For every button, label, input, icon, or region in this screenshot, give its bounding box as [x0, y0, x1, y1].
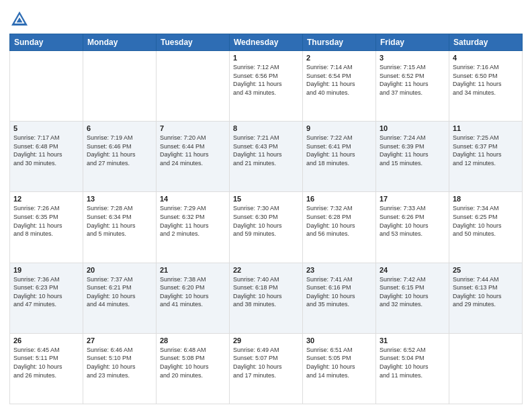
day-number: 4: [453, 54, 519, 62]
calendar-cell: 14Sunrise: 7:29 AM Sunset: 6:32 PM Dayli…: [157, 192, 230, 263]
calendar-cell: [449, 333, 523, 404]
day-number: 7: [160, 124, 226, 132]
calendar-cell: 21Sunrise: 7:38 AM Sunset: 6:20 PM Dayli…: [157, 263, 230, 333]
calendar-cell: 19Sunrise: 7:36 AM Sunset: 6:23 PM Dayli…: [10, 263, 83, 333]
day-info: Sunrise: 7:21 AM Sunset: 6:43 PM Dayligh…: [233, 134, 299, 167]
day-info: Sunrise: 7:14 AM Sunset: 6:54 PM Dayligh…: [306, 63, 372, 97]
calendar-cell: 28Sunrise: 6:48 AM Sunset: 5:08 PM Dayli…: [157, 333, 230, 404]
day-number: 23: [306, 266, 372, 274]
day-number: 27: [87, 336, 152, 345]
calendar-week-3: 12Sunrise: 7:26 AM Sunset: 6:35 PM Dayli…: [10, 192, 523, 263]
day-number: 19: [13, 266, 79, 274]
calendar-cell: 27Sunrise: 6:46 AM Sunset: 5:10 PM Dayli…: [83, 333, 157, 404]
day-info: Sunrise: 6:49 AM Sunset: 5:07 PM Dayligh…: [233, 346, 299, 379]
calendar-cell: 25Sunrise: 7:44 AM Sunset: 6:13 PM Dayli…: [449, 263, 523, 333]
calendar-cell: 8Sunrise: 7:21 AM Sunset: 6:43 PM Daylig…: [230, 122, 303, 192]
calendar-cell: 1Sunrise: 7:12 AM Sunset: 6:56 PM Daylig…: [230, 51, 303, 122]
day-number: 10: [380, 124, 445, 132]
day-info: Sunrise: 7:41 AM Sunset: 6:16 PM Dayligh…: [306, 275, 372, 309]
day-info: Sunrise: 7:29 AM Sunset: 6:32 PM Dayligh…: [160, 204, 226, 238]
calendar-cell: 31Sunrise: 6:52 AM Sunset: 5:04 PM Dayli…: [376, 333, 449, 404]
calendar-cell: 18Sunrise: 7:34 AM Sunset: 6:25 PM Dayli…: [449, 192, 523, 263]
day-number: 25: [453, 266, 519, 274]
calendar-cell: 5Sunrise: 7:17 AM Sunset: 6:48 PM Daylig…: [10, 122, 83, 192]
calendar-week-5: 26Sunrise: 6:45 AM Sunset: 5:11 PM Dayli…: [10, 333, 523, 404]
day-number: 15: [233, 195, 299, 203]
weekday-header-saturday: Saturday: [449, 34, 523, 51]
day-number: 22: [233, 266, 299, 274]
calendar-cell: 10Sunrise: 7:24 AM Sunset: 6:39 PM Dayli…: [376, 122, 449, 192]
weekday-header-tuesday: Tuesday: [157, 34, 230, 51]
calendar-cell: 24Sunrise: 7:42 AM Sunset: 6:15 PM Dayli…: [376, 263, 449, 333]
day-number: 11: [453, 124, 519, 132]
calendar-cell: 15Sunrise: 7:30 AM Sunset: 6:30 PM Dayli…: [230, 192, 303, 263]
calendar-cell: [83, 51, 157, 122]
weekday-header-row: SundayMondayTuesdayWednesdayThursdayFrid…: [10, 34, 523, 51]
day-number: 14: [160, 195, 226, 203]
day-number: 26: [13, 336, 79, 345]
day-info: Sunrise: 6:46 AM Sunset: 5:10 PM Dayligh…: [87, 346, 152, 379]
weekday-header-sunday: Sunday: [10, 34, 83, 51]
header: [9, 7, 523, 30]
day-info: Sunrise: 7:38 AM Sunset: 6:20 PM Dayligh…: [160, 275, 226, 309]
day-info: Sunrise: 7:25 AM Sunset: 6:37 PM Dayligh…: [453, 134, 519, 167]
day-info: Sunrise: 7:12 AM Sunset: 6:56 PM Dayligh…: [233, 63, 299, 97]
calendar-week-2: 5Sunrise: 7:17 AM Sunset: 6:48 PM Daylig…: [10, 122, 523, 192]
day-number: 31: [380, 336, 445, 345]
calendar-cell: 17Sunrise: 7:33 AM Sunset: 6:26 PM Dayli…: [376, 192, 449, 263]
day-info: Sunrise: 7:16 AM Sunset: 6:50 PM Dayligh…: [453, 63, 519, 97]
calendar-cell: 26Sunrise: 6:45 AM Sunset: 5:11 PM Dayli…: [10, 333, 83, 404]
day-info: Sunrise: 7:37 AM Sunset: 6:21 PM Dayligh…: [87, 275, 152, 309]
day-number: 5: [13, 124, 79, 132]
day-number: 13: [87, 195, 152, 203]
day-info: Sunrise: 7:22 AM Sunset: 6:41 PM Dayligh…: [306, 134, 372, 167]
calendar-week-4: 19Sunrise: 7:36 AM Sunset: 6:23 PM Dayli…: [10, 263, 523, 333]
calendar-cell: 4Sunrise: 7:16 AM Sunset: 6:50 PM Daylig…: [449, 51, 523, 122]
weekday-header-thursday: Thursday: [303, 34, 376, 51]
day-info: Sunrise: 7:28 AM Sunset: 6:34 PM Dayligh…: [87, 204, 152, 238]
day-number: 16: [306, 195, 372, 203]
calendar-cell: 20Sunrise: 7:37 AM Sunset: 6:21 PM Dayli…: [83, 263, 157, 333]
day-info: Sunrise: 7:36 AM Sunset: 6:23 PM Dayligh…: [13, 275, 79, 309]
weekday-header-monday: Monday: [83, 34, 157, 51]
calendar-cell: [157, 51, 230, 122]
day-number: 24: [380, 266, 445, 274]
page: SundayMondayTuesdayWednesdayThursdayFrid…: [0, 0, 532, 411]
calendar-cell: 12Sunrise: 7:26 AM Sunset: 6:35 PM Dayli…: [10, 192, 83, 263]
day-info: Sunrise: 7:42 AM Sunset: 6:15 PM Dayligh…: [380, 275, 445, 309]
calendar-cell: 22Sunrise: 7:40 AM Sunset: 6:18 PM Dayli…: [230, 263, 303, 333]
day-number: 20: [87, 266, 152, 274]
weekday-header-wednesday: Wednesday: [230, 34, 303, 51]
calendar-cell: 13Sunrise: 7:28 AM Sunset: 6:34 PM Dayli…: [83, 192, 157, 263]
day-info: Sunrise: 7:19 AM Sunset: 6:46 PM Dayligh…: [87, 134, 152, 167]
day-number: 2: [306, 54, 372, 62]
day-number: 30: [306, 336, 372, 345]
day-info: Sunrise: 7:15 AM Sunset: 6:52 PM Dayligh…: [380, 63, 445, 97]
calendar-cell: 29Sunrise: 6:49 AM Sunset: 5:07 PM Dayli…: [230, 333, 303, 404]
day-info: Sunrise: 7:30 AM Sunset: 6:30 PM Dayligh…: [233, 204, 299, 238]
day-info: Sunrise: 7:26 AM Sunset: 6:35 PM Dayligh…: [13, 204, 79, 238]
day-number: 8: [233, 124, 299, 132]
day-number: 3: [380, 54, 445, 62]
day-info: Sunrise: 6:48 AM Sunset: 5:08 PM Dayligh…: [160, 346, 226, 379]
weekday-header-friday: Friday: [376, 34, 449, 51]
day-number: 28: [160, 336, 226, 345]
day-number: 9: [306, 124, 372, 132]
day-info: Sunrise: 7:34 AM Sunset: 6:25 PM Dayligh…: [453, 204, 519, 238]
day-number: 21: [160, 266, 226, 274]
calendar-cell: 30Sunrise: 6:51 AM Sunset: 5:05 PM Dayli…: [303, 333, 376, 404]
calendar-cell: 3Sunrise: 7:15 AM Sunset: 6:52 PM Daylig…: [376, 51, 449, 122]
calendar-cell: 11Sunrise: 7:25 AM Sunset: 6:37 PM Dayli…: [449, 122, 523, 192]
calendar-cell: [10, 51, 83, 122]
day-info: Sunrise: 7:44 AM Sunset: 6:13 PM Dayligh…: [453, 275, 519, 309]
day-info: Sunrise: 7:32 AM Sunset: 6:28 PM Dayligh…: [306, 204, 372, 238]
calendar-cell: 2Sunrise: 7:14 AM Sunset: 6:54 PM Daylig…: [303, 51, 376, 122]
calendar-cell: 16Sunrise: 7:32 AM Sunset: 6:28 PM Dayli…: [303, 192, 376, 263]
day-info: Sunrise: 7:24 AM Sunset: 6:39 PM Dayligh…: [380, 134, 445, 167]
calendar-cell: 9Sunrise: 7:22 AM Sunset: 6:41 PM Daylig…: [303, 122, 376, 192]
day-number: 6: [87, 124, 152, 132]
day-info: Sunrise: 6:51 AM Sunset: 5:05 PM Dayligh…: [306, 346, 372, 379]
day-number: 18: [453, 195, 519, 203]
day-info: Sunrise: 7:17 AM Sunset: 6:48 PM Dayligh…: [13, 134, 79, 167]
day-number: 1: [233, 54, 299, 62]
